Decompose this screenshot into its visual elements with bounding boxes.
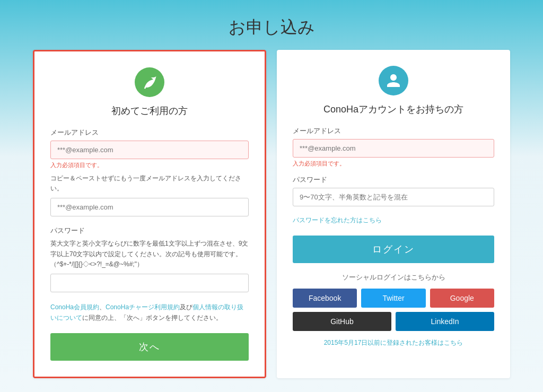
existing-user-password-group: パスワード [293, 175, 494, 208]
existing-user-email-group: メールアドレス 入力必須項目です。 [293, 126, 494, 168]
terms-mid2: 及び [180, 303, 192, 311]
existing-user-email-error: 入力必須項目です。 [293, 160, 494, 168]
existing-user-card-title: ConoHaアカウントをお持ちの方 [293, 103, 494, 116]
new-user-card: 初めてご利用の方 メールアドレス 入力必須項目です。 コピー＆ペーストせずにもう… [33, 50, 266, 378]
existing-user-email-label: メールアドレス [293, 126, 494, 136]
forgot-password-link[interactable]: パスワードを忘れた方はこちら [293, 216, 494, 225]
existing-user-password-input[interactable] [293, 188, 494, 206]
terms-link2[interactable]: ConoHaチャージ利用規約 [106, 303, 180, 311]
next-button[interactable]: 次へ [50, 333, 249, 361]
person-icon [386, 73, 401, 89]
old-user-link[interactable]: 2015年5月17日以前に登録されたお客様はこちら [293, 338, 494, 347]
new-user-card-title: 初めてご利用の方 [50, 104, 249, 117]
new-user-email-group: メールアドレス 入力必須項目です。 コピー＆ペーストせずにもう一度メールアドレス… [50, 128, 249, 219]
terms-text: ConoHa会員規約、ConoHaチャージ利用規約及び個人情報の取り扱いについて… [50, 302, 249, 324]
terms-link1[interactable]: ConoHa会員規約 [50, 303, 99, 311]
twitter-button[interactable]: Twitter [361, 289, 425, 308]
existing-user-password-label: パスワード [293, 175, 494, 185]
new-user-email-hint: コピー＆ペーストせずにもう一度メールアドレスを入力してください。 [50, 173, 249, 194]
terms-mid1: 、 [99, 303, 106, 311]
leaf-icon [142, 74, 157, 90]
new-user-email-label: メールアドレス [50, 128, 249, 137]
page-title: お申し込み [0, 0, 543, 50]
cards-container: 初めてご利用の方 メールアドレス 入力必須項目です。 コピー＆ペーストせずにもう… [0, 50, 543, 378]
existing-user-icon-wrap [293, 66, 494, 95]
github-button[interactable]: GitHub [293, 312, 391, 331]
existing-user-icon-circle [379, 66, 408, 95]
terms-suffix: に同意の上、「次へ」ボタンを押してください。 [82, 314, 222, 321]
social-buttons-row2: GitHub LinkedIn [293, 312, 494, 331]
linkedin-button[interactable]: LinkedIn [396, 312, 494, 331]
new-user-email-input[interactable] [50, 141, 249, 159]
social-buttons-row1: Facebook Twitter Google [293, 289, 494, 308]
login-button[interactable]: ログイン [293, 236, 494, 263]
facebook-button[interactable]: Facebook [293, 289, 357, 308]
new-user-password-hint: 英大文字と英小文字ならびに数字を最低1文字以上ずつ混在させ、9文字以上70文字以… [50, 239, 249, 269]
new-user-email-confirm-input[interactable] [50, 198, 249, 216]
existing-user-card: ConoHaアカウントをお持ちの方 メールアドレス 入力必須項目です。 パスワー… [277, 50, 510, 378]
new-user-email-error: 入力必須項目です。 [50, 161, 249, 169]
new-user-password-group: パスワード 英大文字と英小文字ならびに数字を最低1文字以上ずつ混在させ、9文字以… [50, 226, 249, 294]
google-button[interactable]: Google [430, 289, 494, 308]
new-user-icon-circle [135, 67, 164, 97]
new-user-password-input[interactable] [50, 274, 249, 292]
new-user-password-label: パスワード [50, 226, 249, 236]
social-label: ソーシャルログインはこちらから [293, 273, 494, 282]
existing-user-email-input[interactable] [293, 139, 494, 158]
new-user-icon-wrap [50, 67, 249, 97]
